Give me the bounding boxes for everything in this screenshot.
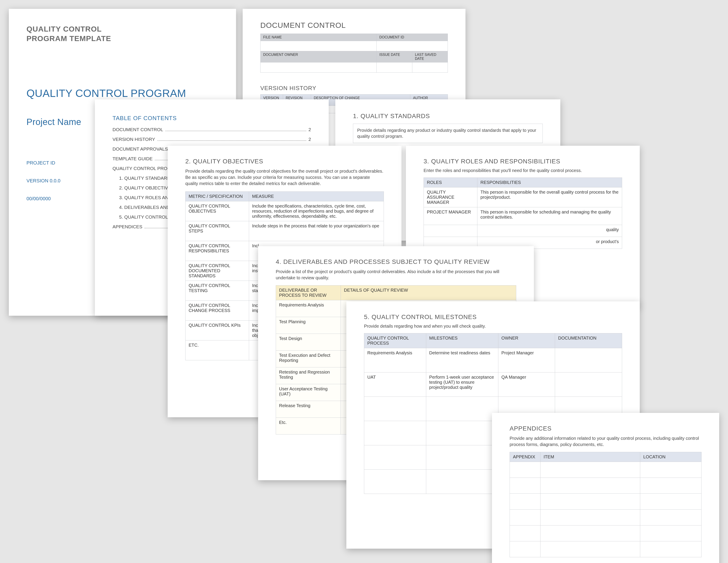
appendix-cell <box>510 525 540 541</box>
milestone-cell <box>426 470 498 494</box>
table-row: UATPerform 1-week user acceptance testin… <box>364 373 622 397</box>
quality-standards-heading: 1. QUALITY STANDARDS <box>353 113 543 120</box>
owner-cell: QA Manager <box>498 373 555 397</box>
process-cell <box>364 470 426 494</box>
toc-label: DOCUMENT APPROVALS <box>113 146 168 152</box>
milestones-desc: Provide details regarding how and when y… <box>364 324 622 329</box>
toc-page: 2 <box>308 137 311 142</box>
table-row <box>510 510 702 525</box>
issue-date-header: ISSUE DATE <box>377 51 412 62</box>
table-row <box>510 462 702 478</box>
measure-cell: Include the specifications, characterist… <box>249 201 384 221</box>
item-cell <box>540 462 640 478</box>
milestones-col2: MILESTONES <box>426 334 498 348</box>
quality-standards-body: Provide details regarding any product or… <box>353 124 543 143</box>
appendices-desc: Provide any additional information relat… <box>510 435 702 448</box>
quality-roles-heading: 3. QUALITY ROLES AND RESPONSIBILITIES <box>424 158 622 165</box>
metric-cell: QUALITY CONTROL STEPS <box>186 221 249 241</box>
process-cell: UAT <box>364 373 426 397</box>
process-cell <box>364 397 426 421</box>
main-title: QUALITY CONTROL PROGRAM <box>26 87 218 99</box>
metric-cell: QUALITY CONTROL OBJECTIVES <box>186 201 249 221</box>
measure-cell: Include steps in the process that relate… <box>249 221 384 241</box>
table-row: QUALITY ASSURANCE MANAGERThis person is … <box>424 187 622 207</box>
appendices-col3: LOCATION <box>640 452 701 462</box>
appendices-page: APPENDICES Provide any additional inform… <box>492 413 719 563</box>
metric-cell: QUALITY CONTROL TESTING <box>186 281 249 301</box>
item-cell <box>540 510 640 525</box>
location-cell <box>640 478 701 494</box>
objectives-col2: MEASURE <box>249 192 384 201</box>
appendices-col2: ITEM <box>540 452 640 462</box>
toc-dots <box>157 140 306 141</box>
deliverable-cell: Test Design <box>276 334 341 351</box>
item-cell <box>540 525 640 541</box>
table-row: QUALITY CONTROL STEPSInclude steps in th… <box>186 221 384 241</box>
documentation-cell <box>555 373 622 397</box>
toc-heading: TABLE OF CONTENTS <box>113 115 311 122</box>
table-row: quality <box>424 225 622 237</box>
deliverable-cell: Requirements Analysis <box>276 300 341 317</box>
table-row <box>510 478 702 494</box>
milestone-cell <box>426 397 498 421</box>
toc-label: VERSION HISTORY <box>113 137 155 142</box>
deliverable-cell: Test Execution and Defect Reporting <box>276 351 341 368</box>
appendices-col1: APPENDIX <box>510 452 540 462</box>
process-cell <box>364 445 426 470</box>
document-control-heading: DOCUMENT CONTROL <box>260 21 448 30</box>
version-history-heading: VERSION HISTORY <box>260 85 448 92</box>
quality-objectives-heading: 2. QUALITY OBJECTIVES <box>185 158 384 165</box>
roles-col2: RESPONSIBILITIES <box>477 178 622 187</box>
role-cell: PROJECT MANAGER <box>424 207 477 225</box>
document-id-header: DOCUMENT ID <box>377 34 448 41</box>
appendix-cell <box>510 541 540 557</box>
quality-objectives-desc: Provide details regarding the quality co… <box>185 168 384 186</box>
table-row: Requirements AnalysisDetermine test read… <box>364 348 622 373</box>
milestones-heading: 5. QUALITY CONTROL MILESTONES <box>364 314 622 321</box>
objectives-col1: METRIC / SPECIFICATION <box>186 192 249 201</box>
appendix-cell <box>510 462 540 478</box>
responsibility-cell: This person is responsible for the overa… <box>477 187 622 207</box>
deliverable-cell: Retesting and Regression Testing <box>276 368 341 384</box>
template-label-line1: QUALITY CONTROL <box>26 24 218 34</box>
item-cell <box>540 478 640 494</box>
document-owner-header: DOCUMENT OWNER <box>261 51 377 62</box>
table-row <box>510 541 702 557</box>
document-control-table: FILE NAME DOCUMENT ID DOCUMENT OWNER ISS… <box>260 34 448 73</box>
appendix-cell <box>510 478 540 494</box>
milestones-col3: OWNER <box>498 334 555 348</box>
appendix-cell <box>510 494 540 510</box>
toc-line: DOCUMENT CONTROL2 <box>113 127 311 132</box>
documentation-cell <box>555 348 622 373</box>
responsibility-cell: quality <box>477 225 622 237</box>
role-cell <box>424 225 477 237</box>
document-id-cell <box>377 41 448 51</box>
toc-label: 2. QUALITY OBJECTIVES <box>119 185 174 190</box>
metric-cell: QUALITY CONTROL RESPONSIBILITIES <box>186 241 249 261</box>
metric-cell: ETC. <box>186 341 249 360</box>
metric-cell: QUALITY CONTROL DOCUMENTED STANDARDS <box>186 261 249 281</box>
quality-roles-desc: Enter the roles and responsibilities tha… <box>424 168 622 173</box>
appendices-heading: APPENDICES <box>510 425 702 432</box>
responsibility-cell: This person is responsible for schedulin… <box>477 207 622 225</box>
deliverables-desc: Provide a list of the project or product… <box>276 268 516 281</box>
table-row <box>510 525 702 541</box>
appendices-table: APPENDIX ITEM LOCATION <box>510 452 702 557</box>
milestone-cell: Determine test readiness dates <box>426 348 498 373</box>
table-row: PROJECT MANAGERThis person is responsibl… <box>424 207 622 225</box>
deliverables-col1: DELIVERABLE OR PROCESS TO REVIEW <box>276 286 341 300</box>
location-cell <box>640 510 701 525</box>
last-saved-cell <box>412 62 448 73</box>
metric-cell: QUALITY CONTROL CHANGE PROCESS <box>186 301 249 321</box>
metric-cell: QUALITY CONTROL KPIs <box>186 321 249 341</box>
toc-label: APPENDICES <box>113 224 142 229</box>
table-row <box>510 494 702 510</box>
milestone-cell <box>426 445 498 470</box>
location-cell <box>640 462 701 478</box>
roles-col1: ROLES <box>424 178 477 187</box>
location-cell <box>640 541 701 557</box>
last-saved-header: LAST SAVED DATE <box>412 51 448 62</box>
toc-line: VERSION HISTORY2 <box>113 137 311 142</box>
quality-roles-table: ROLES RESPONSIBILITIES QUALITY ASSURANCE… <box>424 177 622 249</box>
process-cell: Requirements Analysis <box>364 348 426 373</box>
